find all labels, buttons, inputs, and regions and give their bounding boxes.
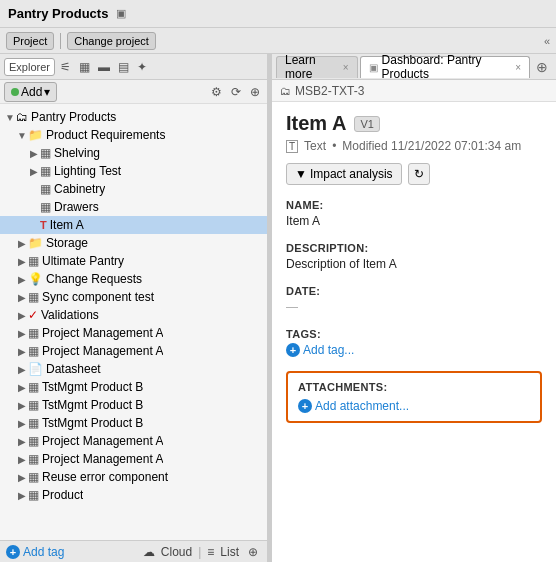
list-item[interactable]: ▶ ▦ Lighting Test <box>0 162 267 180</box>
toggle[interactable]: ▼ <box>16 130 28 141</box>
toggle[interactable]: ▶ <box>16 382 28 393</box>
add-row: Add ▾ ⚙ ⟳ ⊕ <box>0 80 267 104</box>
list-item[interactable]: ▶ ▦ Ultimate Pantry <box>0 252 267 270</box>
description-label: DESCRIPTION: <box>286 242 542 254</box>
tag-icon[interactable]: ✦ <box>134 58 150 76</box>
breadcrumb-path: MSB2-TXT-3 <box>295 84 364 98</box>
item-label: Project Management A <box>42 452 163 466</box>
actions-row: ▼ Impact analysis ↻ <box>286 163 542 185</box>
grid-icon[interactable]: ▦ <box>76 58 93 76</box>
list-item[interactable]: ▶ ▦ Reuse error component <box>0 468 267 486</box>
project-button[interactable]: Project <box>6 32 54 50</box>
filter-icon[interactable]: ⚟ <box>57 58 74 76</box>
list-item[interactable]: ▶ ▦ TstMgmt Product B <box>0 378 267 396</box>
list-item[interactable]: ▶ 💡 Change Requests <box>0 270 267 288</box>
list-label: List <box>220 545 239 559</box>
item-icon: ▦ <box>28 416 39 430</box>
list-item[interactable]: ▶ ▦ TstMgmt Product B <box>0 414 267 432</box>
list-item[interactable]: ▶ 📁 Storage <box>0 234 267 252</box>
list-item[interactable]: ▶ ▦ Drawers <box>0 198 267 216</box>
sep2: | <box>198 545 201 559</box>
item-icon: ▦ <box>28 326 39 340</box>
list-item[interactable]: ▶ ▦ Project Management A <box>0 324 267 342</box>
add-attachment-link[interactable]: + Add attachment... <box>298 399 530 413</box>
refresh-icon[interactable]: ⟳ <box>228 83 244 101</box>
view2-icon[interactable]: ▤ <box>115 58 132 76</box>
toggle[interactable]: ▶ <box>28 148 40 159</box>
add-button[interactable]: Add ▾ <box>4 82 57 102</box>
more-icon[interactable]: ⊕ <box>247 83 263 101</box>
add-tag-text: Add tag... <box>303 343 354 357</box>
list-item[interactable]: ▶ ▦ TstMgmt Product B <box>0 396 267 414</box>
list-item[interactable]: ▶ ✓ Validations <box>0 306 267 324</box>
meta-modified: Modified 11/21/2022 07:01:34 am <box>342 139 521 153</box>
item-label: Product <box>42 488 83 502</box>
toggle[interactable]: ▶ <box>16 418 28 429</box>
item-icon: ▦ <box>28 470 39 484</box>
list-item[interactable]: ▶ T Item A <box>0 216 267 234</box>
toolbar-separator <box>60 33 61 49</box>
list-item[interactable]: ▶ ▦ Cabinetry <box>0 180 267 198</box>
list-item[interactable]: ▶ ▦ Product <box>0 486 267 504</box>
list-item[interactable]: ▼ 📁 Product Requirements <box>0 126 267 144</box>
add-arrow: ▾ <box>44 85 50 99</box>
item-icon: ▦ <box>28 488 39 502</box>
view-icon[interactable]: ▬ <box>95 58 113 76</box>
right-panel: Learn more × ▣ Dashboard: Pantry Product… <box>272 54 556 562</box>
list-item[interactable]: ▶ ▦ Shelving <box>0 144 267 162</box>
item-label: Sync component test <box>42 290 154 304</box>
date-label: DATE: <box>286 285 542 297</box>
toggle[interactable]: ▶ <box>16 238 28 249</box>
explorer-tab[interactable]: Explorer <box>4 58 55 76</box>
toggle[interactable]: ▶ <box>16 472 28 483</box>
item-label: Cabinetry <box>54 182 105 196</box>
toggle[interactable]: ▶ <box>16 310 28 321</box>
add-tag-circle-icon: + <box>286 343 300 357</box>
collapse-icon[interactable]: « <box>544 35 550 47</box>
statusbar-icon-btn[interactable]: ⊕ <box>245 543 261 561</box>
toggle[interactable]: ▶ <box>16 364 28 375</box>
add-circle-icon: + <box>6 545 20 559</box>
item-label: TstMgmt Product B <box>42 416 143 430</box>
tabs-add-icon[interactable]: ⊕ <box>532 59 552 75</box>
toggle[interactable]: ▶ <box>16 256 28 267</box>
settings-icon[interactable]: ⚙ <box>208 83 225 101</box>
tab-close-icon[interactable]: × <box>515 62 521 73</box>
list-item[interactable]: ▶ ▦ Project Management A <box>0 450 267 468</box>
tab-dashboard[interactable]: ▣ Dashboard: Pantry Products × <box>360 56 530 78</box>
left-toolbar: Explorer ⚟ ▦ ▬ ▤ ✦ <box>0 54 267 80</box>
title-bar: Pantry Products ▣ <box>0 0 556 28</box>
name-value: Item A <box>286 214 542 228</box>
toggle[interactable]: ▶ <box>16 274 28 285</box>
tree-root[interactable]: ▼ 🗂 Pantry Products <box>0 108 267 126</box>
left-statusbar: + Add tag ☁ Cloud | ≡ List ⊕ <box>0 540 267 562</box>
item-label: Ultimate Pantry <box>42 254 124 268</box>
check-icon: ✓ <box>28 308 38 322</box>
change-project-button[interactable]: Change project <box>67 32 156 50</box>
add-tag-link[interactable]: + Add tag... <box>286 343 542 357</box>
tab-close-icon[interactable]: × <box>343 62 349 73</box>
tab-learn-more[interactable]: Learn more × <box>276 56 358 78</box>
list-item[interactable]: ▶ ▦ Project Management A <box>0 432 267 450</box>
item-version: V1 <box>354 116 379 132</box>
toggle[interactable]: ▶ <box>16 490 28 501</box>
item-label: Shelving <box>54 146 100 160</box>
list-item[interactable]: ▶ 📄 Datasheet <box>0 360 267 378</box>
item-label: Item A <box>50 218 84 232</box>
refresh-button[interactable]: ↻ <box>408 163 430 185</box>
list-item[interactable]: ▶ ▦ Project Management A <box>0 342 267 360</box>
item-label: Project Management A <box>42 434 163 448</box>
root-toggle[interactable]: ▼ <box>4 112 16 123</box>
impact-analysis-button[interactable]: ▼ Impact analysis <box>286 163 402 185</box>
toggle[interactable]: ▶ <box>16 346 28 357</box>
toggle[interactable]: ▶ <box>28 166 40 177</box>
add-tag-link[interactable]: + Add tag <box>6 545 64 559</box>
breadcrumb-icon: 🗂 <box>280 85 291 97</box>
toggle[interactable]: ▶ <box>16 400 28 411</box>
toggle[interactable]: ▶ <box>16 292 28 303</box>
list-item[interactable]: ▶ ▦ Sync component test <box>0 288 267 306</box>
toggle[interactable]: ▶ <box>16 436 28 447</box>
description-field: DESCRIPTION: Description of Item A <box>286 242 542 271</box>
toggle[interactable]: ▶ <box>16 454 28 465</box>
toggle[interactable]: ▶ <box>16 328 28 339</box>
